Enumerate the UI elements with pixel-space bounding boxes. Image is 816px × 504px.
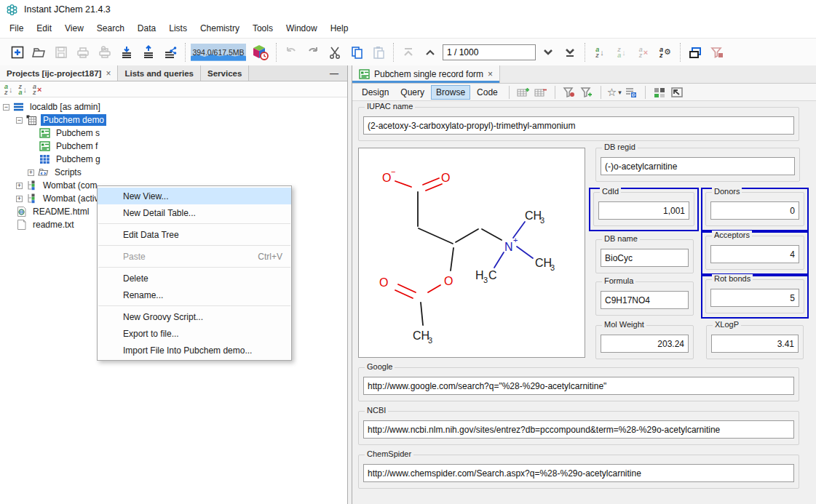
- print-button[interactable]: [74, 43, 92, 62]
- tree-item-pubchem-form-1[interactable]: Pubchem s: [39, 127, 102, 140]
- menu-search[interactable]: Search: [90, 20, 131, 36]
- menu-item-new-detail-table[interactable]: New Detail Table...: [98, 204, 291, 221]
- tab-pubchem-single-record-form[interactable]: Pubchem single record form ×: [352, 65, 500, 83]
- collapse-icon[interactable]: −: [16, 117, 23, 124]
- save-button[interactable]: [52, 43, 71, 62]
- tree-sort-descending-button[interactable]: za↓: [19, 84, 28, 95]
- tab-query[interactable]: Query: [395, 85, 429, 100]
- add-filter-button[interactable]: [579, 85, 595, 100]
- donors-input[interactable]: [710, 201, 799, 220]
- close-icon[interactable]: ×: [106, 68, 111, 79]
- structure-field[interactable]: O − O N + CH 3 CH 3 H 3 C O O CH: [358, 148, 585, 358]
- advanced-sort-button[interactable]: az⚙: [656, 43, 675, 62]
- tab-services[interactable]: Services: [201, 65, 249, 81]
- sort-descending-button[interactable]: za↓: [612, 43, 631, 62]
- menu-file[interactable]: File: [3, 20, 30, 36]
- cdid-input[interactable]: [598, 201, 689, 220]
- print-preview-button[interactable]: [95, 43, 114, 62]
- ncbi-url-input[interactable]: [363, 420, 794, 439]
- tree-item-readme-html[interactable]: README.html: [16, 205, 91, 218]
- tree-item-readme-txt[interactable]: readme.txt: [16, 218, 76, 231]
- tree-item-localdb[interactable]: − localdb [as admin]: [3, 100, 103, 113]
- menu-view[interactable]: View: [58, 20, 90, 36]
- sort-ascending-button[interactable]: az↓: [590, 43, 609, 62]
- acceptors-input[interactable]: [710, 245, 799, 263]
- menu-item-edit-data-tree[interactable]: Edit Data Tree: [98, 226, 291, 243]
- field-list-button[interactable]: [623, 85, 639, 100]
- import-button[interactable]: [117, 43, 136, 62]
- menu-item-import-file[interactable]: Import File Into Pubchem demo...: [98, 342, 291, 359]
- tree-item-pubchem-demo[interactable]: − Pubchem demo: [16, 113, 106, 127]
- tree-clear-sort-button[interactable]: az×: [33, 84, 41, 95]
- paste-button[interactable]: [369, 43, 388, 62]
- rot-bonds-field-group: Rot bonds: [705, 279, 804, 313]
- widgets-layout-button[interactable]: [651, 85, 668, 100]
- minimize-panel-button[interactable]: —: [321, 65, 347, 81]
- tab-projects[interactable]: Projects [ijc-project187] ×: [0, 65, 118, 81]
- expand-icon[interactable]: +: [16, 196, 23, 202]
- undo-button[interactable]: [282, 43, 301, 62]
- data-tree-icon: [26, 193, 37, 204]
- chemspider-url-input[interactable]: [363, 464, 794, 482]
- add-detail-table-button[interactable]: [515, 85, 531, 100]
- record-position-input[interactable]: [443, 44, 536, 60]
- tab-design[interactable]: Design: [357, 85, 394, 100]
- close-icon[interactable]: ×: [488, 69, 493, 79]
- menu-lists[interactable]: Lists: [162, 20, 194, 36]
- cut-button[interactable]: [325, 43, 344, 62]
- clear-sort-button[interactable]: az×: [634, 43, 653, 62]
- tab-browse[interactable]: Browse: [431, 85, 470, 100]
- rot-bonds-input[interactable]: [710, 289, 799, 307]
- memory-indicator[interactable]: 394.0/617.5MB: [191, 44, 246, 61]
- menu-window[interactable]: Window: [280, 20, 324, 36]
- last-record-button[interactable]: [560, 43, 579, 62]
- tree-item-wombat-activities[interactable]: + Wombat (activ: [16, 192, 100, 205]
- tree-sort-ascending-button[interactable]: az↓: [4, 84, 13, 95]
- menu-data[interactable]: Data: [131, 20, 162, 36]
- menu-chemistry[interactable]: Chemistry: [194, 20, 246, 36]
- tab-code[interactable]: Code: [472, 85, 503, 100]
- db-regid-input[interactable]: [601, 157, 795, 175]
- collapse-icon[interactable]: −: [3, 104, 9, 111]
- tree-item-wombat-compounds[interactable]: + Wombat (com: [16, 179, 99, 192]
- filter-button[interactable]: [708, 43, 726, 62]
- previous-record-button[interactable]: [421, 43, 440, 62]
- menu-item-paste[interactable]: Paste Ctrl+V: [98, 248, 291, 265]
- restore-window-button[interactable]: [686, 43, 705, 62]
- menu-item-new-groovy-script[interactable]: New Groovy Script...: [98, 308, 291, 325]
- menu-item-export-to-file[interactable]: Export to file...: [98, 325, 291, 342]
- menu-item-rename[interactable]: Rename...: [98, 287, 291, 303]
- google-url-input[interactable]: [363, 377, 794, 395]
- xlogp-input[interactable]: [711, 335, 799, 353]
- db-name-input[interactable]: [601, 249, 689, 267]
- mol-weight-input[interactable]: [601, 335, 689, 353]
- tree-item-pubchem-grid[interactable]: Pubchem g: [39, 153, 103, 166]
- menu-item-delete[interactable]: Delete: [98, 270, 291, 287]
- tab-lists-and-queries[interactable]: Lists and queries: [118, 65, 201, 81]
- tree-item-pubchem-form-2[interactable]: Pubchem f: [39, 140, 100, 153]
- resize-widget-button[interactable]: [669, 85, 685, 100]
- favorites-button[interactable]: ☆ ▾: [607, 86, 622, 99]
- menu-tools[interactable]: Tools: [246, 20, 280, 36]
- filter-results-button[interactable]: [561, 85, 577, 100]
- redo-button[interactable]: [304, 43, 322, 62]
- copy-button[interactable]: [347, 43, 366, 62]
- export-button[interactable]: [139, 43, 158, 62]
- expand-icon[interactable]: +: [28, 169, 34, 176]
- atom-o-ester: O: [444, 275, 453, 287]
- next-record-button[interactable]: [539, 43, 558, 62]
- expand-icon[interactable]: +: [16, 183, 23, 189]
- menu-item-new-view[interactable]: New View...: [98, 188, 291, 204]
- share-export-button[interactable]: [161, 43, 180, 62]
- remove-detail-table-button[interactable]: [533, 85, 549, 100]
- open-project-button[interactable]: [30, 43, 49, 62]
- menu-help[interactable]: Help: [324, 20, 355, 36]
- tree-item-scripts[interactable]: + Scripts: [28, 166, 84, 179]
- menu-edit[interactable]: Edit: [30, 20, 58, 36]
- formula-input[interactable]: [601, 291, 689, 309]
- first-record-button[interactable]: [399, 43, 418, 62]
- iupac-name-input[interactable]: [363, 116, 794, 135]
- jchem-tasks-icon[interactable]: [249, 43, 271, 62]
- new-button[interactable]: [8, 43, 27, 62]
- tab-lists-label: Lists and queries: [124, 69, 194, 78]
